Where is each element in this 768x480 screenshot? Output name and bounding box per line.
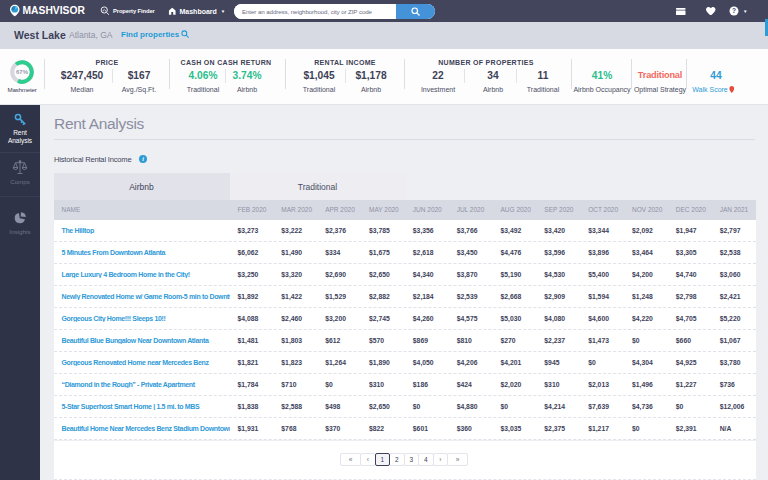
svg-text:67%: 67%: [16, 69, 29, 75]
svg-text:?: ?: [732, 7, 736, 14]
